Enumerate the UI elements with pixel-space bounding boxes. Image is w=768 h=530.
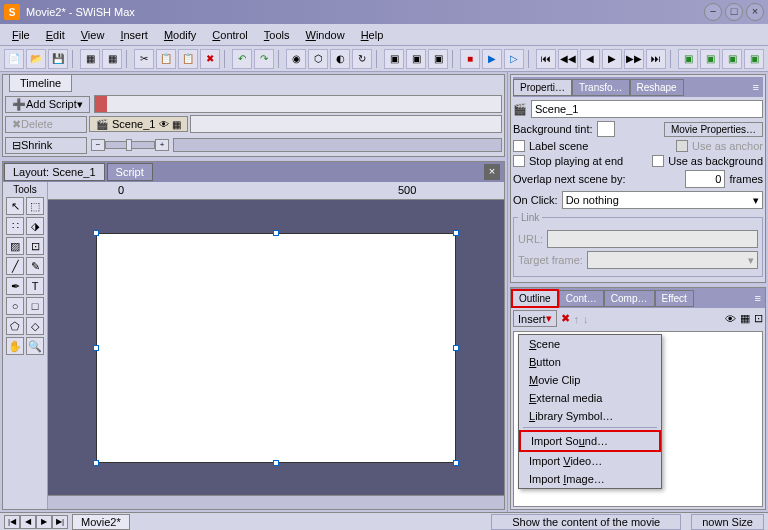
tool-f[interactable]: ↻ xyxy=(352,49,372,69)
end-button[interactable]: ⏭ xyxy=(646,49,666,69)
fill-tool[interactable]: ▨ xyxy=(6,237,24,255)
close-button[interactable]: × xyxy=(746,3,764,21)
tabs-more-icon-2[interactable]: ≡ xyxy=(751,292,765,304)
play2-button[interactable]: ▷ xyxy=(504,49,524,69)
subselect-tool[interactable]: ⬚ xyxy=(26,197,44,215)
nav-last[interactable]: ▶| xyxy=(52,515,68,529)
canvas-hscroll[interactable] xyxy=(48,495,504,509)
tool-a[interactable]: ▦ xyxy=(80,49,100,69)
export-b[interactable]: ▣ xyxy=(700,49,720,69)
rewind-button[interactable]: ⏮ xyxy=(536,49,556,69)
save-button[interactable]: 💾 xyxy=(48,49,68,69)
menu-help[interactable]: Help xyxy=(353,27,392,43)
scene-name-input[interactable] xyxy=(531,100,763,118)
transform-tool[interactable]: ⬗ xyxy=(26,217,44,235)
layout-tab[interactable]: Layout: Scene_1 xyxy=(4,163,105,181)
ellipse-tool[interactable]: ○ xyxy=(6,297,24,315)
select-tool[interactable]: ↖ xyxy=(6,197,24,215)
tool-b[interactable]: ▦ xyxy=(102,49,122,69)
pencil-tool[interactable]: ✎ xyxy=(26,257,44,275)
zoom-slider[interactable] xyxy=(105,141,155,149)
timeline-ruler[interactable] xyxy=(94,95,502,113)
redo-button[interactable]: ↷ xyxy=(254,49,274,69)
fwd-button[interactable]: ▶ xyxy=(602,49,622,69)
menu-edit[interactable]: Edit xyxy=(38,27,73,43)
movie-properties-button[interactable]: Movie Properties… xyxy=(664,122,763,137)
overlap-input[interactable] xyxy=(685,170,725,188)
copy-button[interactable]: 📋 xyxy=(156,49,176,69)
timeline-tab[interactable]: Timeline xyxy=(9,74,72,92)
ctx-library[interactable]: Library Symbol… xyxy=(519,407,661,425)
tool-c[interactable]: ◉ xyxy=(286,49,306,69)
insert-button[interactable]: Insert ▾ xyxy=(513,310,557,327)
maximize-button[interactable]: □ xyxy=(725,3,743,21)
tab-transform[interactable]: Transfo… xyxy=(572,79,630,96)
open-button[interactable]: 📂 xyxy=(26,49,46,69)
shape-tool[interactable]: ⬠ xyxy=(6,317,24,335)
tab-components[interactable]: Comp… xyxy=(604,290,655,307)
outline-tree[interactable]: Scene Button Movie Clip External media L… xyxy=(513,331,763,507)
shrink-button[interactable]: ⊟ Shrink xyxy=(5,137,87,154)
lock-icon[interactable]: ⊡ xyxy=(754,312,763,325)
menu-insert[interactable]: Insert xyxy=(112,27,156,43)
zoom-tool[interactable]: 🔍 xyxy=(26,337,44,355)
onclick-select[interactable]: Do nothing▾ xyxy=(562,191,763,209)
menu-window[interactable]: Window xyxy=(298,27,353,43)
stop-button[interactable]: ■ xyxy=(460,49,480,69)
scene-timeline-item[interactable]: 🎬 Scene_1 👁 ▦ xyxy=(89,116,188,132)
line-tool[interactable]: ╱ xyxy=(6,257,24,275)
tool-g[interactable]: ▣ xyxy=(384,49,404,69)
undo-button[interactable]: ↶ xyxy=(232,49,252,69)
use-background-checkbox[interactable] xyxy=(652,155,664,167)
tab-properties[interactable]: Properti… xyxy=(513,79,572,96)
nav-next[interactable]: ▶ xyxy=(36,515,52,529)
timeline-hscroll[interactable] xyxy=(173,138,502,152)
tabs-more-icon[interactable]: ≡ xyxy=(749,81,763,93)
crop-tool[interactable]: ⊡ xyxy=(26,237,44,255)
hand-tool[interactable]: ✋ xyxy=(6,337,24,355)
tab-outline[interactable]: Outline xyxy=(511,289,559,308)
export-d[interactable]: ▣ xyxy=(744,49,764,69)
menu-view[interactable]: View xyxy=(73,27,113,43)
ctx-button[interactable]: Button xyxy=(519,353,661,371)
ctx-external[interactable]: External media xyxy=(519,389,661,407)
export-a[interactable]: ▣ xyxy=(678,49,698,69)
tab-effect[interactable]: Effect xyxy=(655,290,694,307)
paste-button[interactable]: 📋 xyxy=(178,49,198,69)
canvas-viewport[interactable] xyxy=(48,200,504,495)
script-tab[interactable]: Script xyxy=(107,163,153,181)
delete-outline-icon[interactable]: ✖ xyxy=(561,312,570,325)
prev-button[interactable]: ◀◀ xyxy=(558,49,578,69)
delete-button[interactable]: ✖ xyxy=(200,49,220,69)
export-c[interactable]: ▣ xyxy=(722,49,742,69)
status-tab[interactable]: Movie2* xyxy=(72,514,130,530)
ctx-import-video[interactable]: Import Video… xyxy=(519,452,661,470)
next-button[interactable]: ▶▶ xyxy=(624,49,644,69)
nav-first[interactable]: |◀ xyxy=(4,515,20,529)
ctx-import-image[interactable]: Import Image… xyxy=(519,470,661,488)
nav-prev[interactable]: ◀ xyxy=(20,515,36,529)
eye-icon[interactable]: 👁 xyxy=(725,313,736,325)
zoom-in[interactable]: + xyxy=(155,139,169,151)
menu-tools[interactable]: Tools xyxy=(256,27,298,43)
tool-d[interactable]: ⬡ xyxy=(308,49,328,69)
tab-reshape[interactable]: Reshape xyxy=(630,79,684,96)
pen-tool[interactable]: ✒ xyxy=(6,277,24,295)
tab-content[interactable]: Cont… xyxy=(559,290,604,307)
stage[interactable] xyxy=(96,233,456,463)
menu-modify[interactable]: Modify xyxy=(156,27,204,43)
menu-control[interactable]: Control xyxy=(204,27,255,43)
minimize-button[interactable]: − xyxy=(704,3,722,21)
shape2-tool[interactable]: ◇ xyxy=(26,317,44,335)
tool-e[interactable]: ◐ xyxy=(330,49,350,69)
layers-icon[interactable]: ▦ xyxy=(740,312,750,325)
rect-tool[interactable]: □ xyxy=(26,297,44,315)
close-panel-button[interactable]: × xyxy=(484,164,500,180)
new-button[interactable]: 📄 xyxy=(4,49,24,69)
text-tool[interactable]: T xyxy=(26,277,44,295)
ctx-scene[interactable]: Scene xyxy=(519,335,661,353)
tool-i[interactable]: ▣ xyxy=(428,49,448,69)
zoom-out[interactable]: − xyxy=(91,139,105,151)
dots-tool[interactable]: ∷ xyxy=(6,217,24,235)
play-button[interactable]: ▶ xyxy=(482,49,502,69)
